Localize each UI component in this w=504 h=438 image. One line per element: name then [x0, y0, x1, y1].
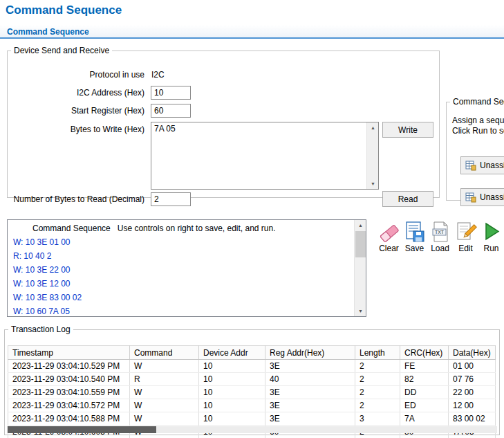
cell-reg-addr: 3E: [265, 412, 355, 426]
bytes-to-write-value: 7A 05: [154, 124, 364, 134]
cell-device-addr: 10: [199, 360, 265, 373]
assign-instructions-line1: Assign a seque: [452, 116, 504, 125]
unassigned-button-1-label: Unassi: [480, 161, 504, 170]
cell-reg-addr: 40: [265, 373, 355, 386]
cell-length: 2: [355, 399, 400, 412]
transaction-log-table: Timestamp Command Device Addr Reg Addr(H…: [8, 345, 496, 438]
edit-button[interactable]: Edit: [454, 221, 477, 253]
protocol-value: I2C: [151, 70, 165, 80]
sequence-list-scrollbar[interactable]: ▲ ▼: [354, 220, 366, 316]
cell-command: W: [130, 386, 199, 399]
start-register-label: Start Register (Hex): [8, 106, 144, 116]
cell-reg-addr: 3E: [265, 386, 355, 399]
sequence-list-item[interactable]: W: 10 3E 01 00: [13, 235, 354, 249]
col-header-length[interactable]: Length: [355, 346, 400, 360]
i2c-address-label: I2C Address (Hex): [8, 88, 144, 98]
cell-data: 07 76: [449, 373, 496, 386]
col-header-command[interactable]: Command: [130, 346, 199, 360]
col-header-reg-addr[interactable]: Reg Addr(Hex): [265, 346, 355, 360]
bytes-to-read-label: Number of Bytes to Read (Decimal): [8, 194, 144, 204]
cell-length: 2: [355, 386, 400, 399]
col-header-data[interactable]: Data(Hex): [449, 346, 496, 360]
scroll-down-icon[interactable]: ▼: [355, 306, 366, 316]
edit-pencil-icon: [454, 221, 477, 243]
load-button[interactable]: TXT Load: [429, 221, 451, 253]
bytes-to-read-input[interactable]: [151, 192, 191, 206]
unassigned-button-2-label: Unassi: [480, 192, 504, 202]
scroll-down-icon[interactable]: ▼: [367, 179, 379, 189]
scroll-up-icon[interactable]: ▲: [367, 122, 379, 133]
log-row[interactable]: 2023-11-29 03:04:10.529 PM W 10 3E 2 FE …: [8, 360, 496, 373]
command-sequence-list-content: Command Sequence Use controls on right t…: [8, 220, 354, 316]
tab-bar: Command Sequence: [0, 25, 504, 39]
write-button[interactable]: Write: [382, 122, 433, 138]
cell-length: 2: [355, 373, 400, 386]
cell-reg-addr: 3E: [265, 399, 355, 412]
command-sequence-list[interactable]: Command Sequence Use controls on right t…: [7, 219, 366, 317]
col-header-crc[interactable]: CRC(Hex): [400, 346, 449, 360]
bytes-to-write-label: Bytes to Write (Hex): [8, 125, 144, 134]
cell-data: 83 00 02: [449, 412, 496, 426]
unassigned-sequence-button-2[interactable]: Unassi: [460, 188, 504, 206]
page-title: Command Sequence: [6, 3, 122, 17]
sequence-list-item[interactable]: W: 10 3E 12 00: [13, 277, 354, 291]
protocol-label: Protocol in use: [8, 70, 144, 80]
cell-timestamp: 2023-11-29 03:04:10.529 PM: [8, 360, 130, 373]
log-row[interactable]: 2023-11-29 03:04:10.572 PM W 10 3E 2 ED …: [8, 399, 496, 412]
cell-data: 22 00: [449, 386, 496, 399]
cell-timestamp: 2023-11-29 03:04:10.572 PM: [8, 399, 130, 412]
transaction-log-group: Transaction Log Timestamp Command Device…: [4, 325, 500, 435]
read-button[interactable]: Read: [382, 191, 433, 207]
sequence-list-item[interactable]: R: 10 40 2: [13, 249, 354, 263]
col-header-device-addr[interactable]: Device Addr: [199, 346, 265, 360]
col-header-timestamp[interactable]: Timestamp: [8, 346, 130, 360]
cell-crc: 82: [400, 373, 449, 386]
log-row[interactable]: 2023-11-29 03:04:10.540 PM R 10 40 2 82 …: [8, 373, 496, 386]
sequence-slot-icon: [465, 160, 476, 171]
cell-crc: DD: [400, 386, 449, 399]
cell-device-addr: 10: [199, 412, 265, 426]
save-button[interactable]: Save: [403, 221, 426, 253]
log-row[interactable]: 2023-11-29 03:04:10.588 PM W 10 3E 3 7A …: [8, 412, 496, 426]
run-button[interactable]: Run: [480, 221, 503, 253]
command-sequence-assign-group: Command Seq Assign a seque Click Run to …: [446, 97, 504, 201]
eraser-icon: [377, 221, 400, 243]
sequence-list-item[interactable]: W: 10 60 7A 05: [13, 304, 354, 316]
sequence-list-item[interactable]: W: 10 3E 83 00 02: [13, 291, 354, 304]
cell-data: 12 00: [449, 399, 496, 412]
cell-command: R: [130, 373, 199, 386]
cell-command: W: [130, 399, 199, 412]
scrollbar-thumb[interactable]: [355, 231, 366, 257]
bytes-to-write-scrollbar[interactable]: ▲ ▼: [366, 122, 378, 189]
tab-command-sequence[interactable]: Command Sequence: [0, 25, 96, 39]
assign-instructions-line2: Click Run to se: [452, 126, 504, 136]
run-button-label: Run: [480, 244, 503, 253]
cell-reg-addr: 3E: [265, 360, 355, 373]
run-icon: [480, 221, 503, 243]
bytes-to-write-input[interactable]: 7A 05 ▲ ▼: [151, 122, 379, 190]
svg-text:TXT: TXT: [434, 230, 444, 235]
assign-group-title: Command Seq: [450, 97, 504, 107]
load-button-label: Load: [429, 244, 451, 253]
sequence-list-item[interactable]: W: 10 3E 22 00: [13, 263, 354, 277]
cell-timestamp: 2023-11-29 03:04:10.540 PM: [8, 373, 130, 386]
i2c-address-input[interactable]: [151, 86, 191, 100]
save-button-label: Save: [403, 244, 426, 253]
unassigned-sequence-button-1[interactable]: Unassi: [460, 156, 504, 174]
log-hscroll-thumb[interactable]: [8, 426, 156, 433]
cell-data: 01 00: [449, 360, 496, 373]
start-register-input[interactable]: [151, 104, 191, 118]
cell-device-addr: 10: [199, 399, 265, 412]
log-horizontal-scrollbar[interactable]: [7, 426, 497, 433]
clear-button[interactable]: Clear: [377, 221, 400, 253]
log-header-row: Timestamp Command Device Addr Reg Addr(H…: [8, 346, 496, 360]
cell-timestamp: 2023-11-29 03:04:10.588 PM: [8, 412, 130, 426]
save-icon: [403, 221, 426, 243]
cell-length: 3: [355, 412, 400, 426]
cell-device-addr: 10: [199, 386, 265, 399]
log-row[interactable]: 2023-11-29 03:04:10.559 PM W 10 3E 2 DD …: [8, 386, 496, 399]
command-sequence-list-header: Command Sequence Use controls on right t…: [13, 221, 354, 235]
cell-crc: FE: [400, 360, 449, 373]
clear-button-label: Clear: [377, 244, 400, 253]
scroll-up-icon[interactable]: ▲: [355, 220, 366, 230]
